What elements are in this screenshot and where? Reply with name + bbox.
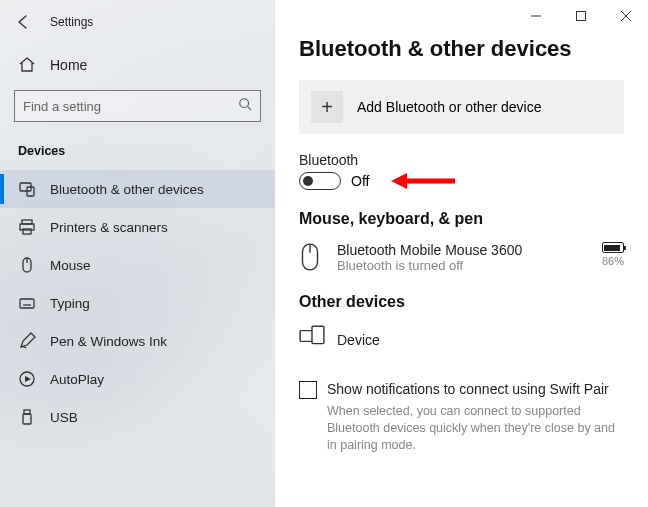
plus-icon: + [311,91,343,123]
category-header: Devices [0,136,275,170]
window-title: Settings [50,15,93,29]
pen-icon [18,332,36,350]
add-device-label: Add Bluetooth or other device [357,99,541,115]
device-name: Device [337,332,380,348]
sidebar-item-label: Typing [50,296,90,311]
usb-icon [18,408,36,426]
add-device-button[interactable]: + Add Bluetooth or other device [299,80,624,134]
sidebar-item-printers[interactable]: Printers & scanners [0,208,275,246]
swift-pair-checkbox[interactable] [299,381,317,399]
device-name: Bluetooth Mobile Mouse 3600 [337,242,590,258]
devices-icon [18,180,36,198]
mouse-device-icon [299,242,325,272]
sidebar-item-usb[interactable]: USB [0,398,275,436]
generic-device-icon [299,325,325,355]
sidebar-item-label: USB [50,410,78,425]
svg-rect-8 [20,299,34,308]
search-input[interactable] [14,90,261,122]
sidebar-item-bluetooth[interactable]: Bluetooth & other devices [0,170,275,208]
svg-marker-22 [391,173,407,189]
sidebar-item-label: AutoPlay [50,372,104,387]
printer-icon [18,218,36,236]
home-label: Home [50,57,87,73]
home-icon [18,56,36,74]
mouse-icon [18,256,36,274]
sidebar-item-label: Printers & scanners [50,220,168,235]
battery-icon [602,242,624,253]
page-heading: Bluetooth & other devices [299,36,624,62]
svg-rect-16 [23,414,31,424]
device-row-other[interactable]: Device [299,321,624,373]
battery-indicator: 86% [602,242,624,267]
search-icon [238,97,252,115]
titlebar-right [275,0,648,32]
titlebar-left: Settings [0,6,275,38]
sidebar-item-label: Mouse [50,258,91,273]
bluetooth-label: Bluetooth [299,152,624,168]
sidebar: Settings Home Devices [0,0,275,507]
battery-percent: 86% [602,255,624,267]
close-button[interactable] [603,0,648,32]
sidebar-item-label: Pen & Windows Ink [50,334,167,349]
device-row-mouse[interactable]: Bluetooth Mobile Mouse 3600 Bluetooth is… [299,238,624,287]
bluetooth-toggle[interactable] [299,172,341,190]
annotation-arrow-icon [391,169,455,197]
bluetooth-state: Off [351,173,369,189]
device-status: Bluetooth is turned off [337,258,590,273]
svg-point-0 [240,99,249,108]
section-heading-mouse: Mouse, keyboard, & pen [299,210,624,228]
swift-pair-description: When selected, you can connect to suppor… [327,403,624,454]
sidebar-home[interactable]: Home [0,44,275,86]
minimize-button[interactable] [513,0,558,32]
sidebar-item-label: Bluetooth & other devices [50,182,204,197]
section-heading-other: Other devices [299,293,624,311]
svg-rect-18 [576,12,585,21]
sidebar-item-typing[interactable]: Typing [0,284,275,322]
svg-rect-26 [312,326,324,343]
svg-marker-14 [25,376,31,382]
sidebar-item-mouse[interactable]: Mouse [0,246,275,284]
back-icon[interactable] [14,13,32,31]
maximize-button[interactable] [558,0,603,32]
swift-pair-label: Show notifications to connect using Swif… [327,381,609,397]
sidebar-item-autoplay[interactable]: AutoPlay [0,360,275,398]
keyboard-icon [18,294,36,312]
autoplay-icon [18,370,36,388]
sidebar-item-pen[interactable]: Pen & Windows Ink [0,322,275,360]
